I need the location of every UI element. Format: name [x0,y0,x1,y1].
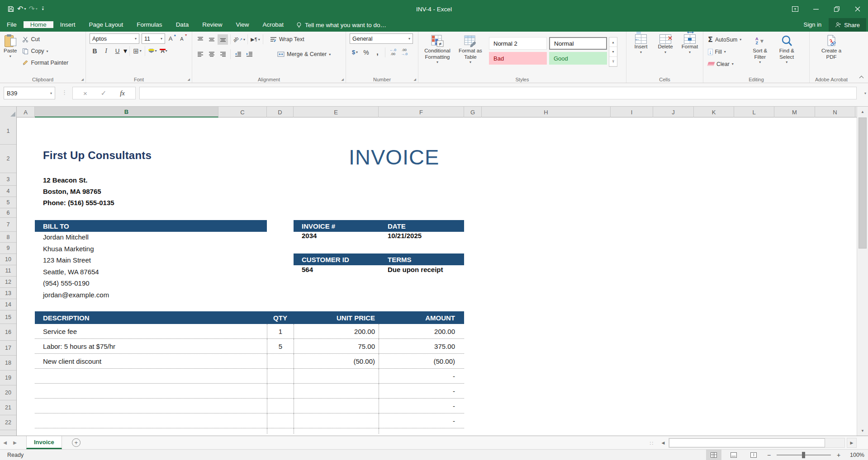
decrease-font-icon[interactable]: A▼ [179,33,189,44]
bill-to-block[interactable]: Jordan MitchellKhusa Marketing123 Main S… [43,231,109,300]
item-amount-cell[interactable]: - [379,413,464,428]
zoom-slider[interactable] [777,455,831,455]
format-as-table-button[interactable]: Format as Table▾ [455,33,486,65]
item-unit-price-cell[interactable]: 75.00 [294,339,379,353]
ribbon-tab[interactable]: Page Layout [82,21,130,28]
item-unit-price-cell[interactable] [294,413,379,428]
row-header[interactable]: 6 [0,208,16,218]
cell-style-chip[interactable]: Normal [549,37,607,50]
row-header[interactable]: 5 [0,197,16,208]
italic-button[interactable]: I [101,46,111,56]
clear-button[interactable]: Clear▾ [706,58,743,70]
terms-cell[interactable]: Due upon receipt [388,266,443,273]
column-header[interactable]: M [774,107,815,117]
item-amount-cell[interactable]: - [379,384,464,398]
sheet-canvas[interactable]: First Up Consultants INVOICE 12 Beacon S… [17,117,857,436]
column-header[interactable]: B [35,107,218,117]
underline-button[interactable]: U [112,46,123,56]
page-layout-view-button[interactable] [726,450,741,460]
formula-bar-splitter[interactable]: ⋮ [62,89,67,96]
ribbon-tab[interactable]: Home [24,21,53,28]
paste-button[interactable]: Paste▾ [4,33,17,58]
collapse-ribbon-icon[interactable] [859,75,863,79]
undo-button[interactable]: ↶▾ [17,5,26,13]
percent-style-button[interactable]: % [361,47,371,57]
increase-font-icon[interactable]: A▲ [167,33,178,44]
item-qty-cell[interactable] [267,384,294,398]
item-qty-cell[interactable]: 1 [267,324,294,338]
bill-to-line[interactable]: jordan@example.com [43,289,109,301]
invoice-number-values[interactable]: 2034 10/21/2025 [294,232,464,239]
row-header[interactable]: 20 [0,385,16,400]
font-size-combo[interactable]: 11▾ [142,33,165,44]
invoice-date-cell[interactable]: 10/21/2025 [388,232,422,239]
select-all-corner[interactable] [0,107,17,117]
ribbon-tab[interactable]: View [229,21,256,28]
row-header[interactable]: 11 [0,265,16,277]
bill-to-line[interactable]: 123 Main Street [43,254,109,266]
row-header[interactable]: 10 [0,254,16,265]
font-color-button[interactable]: A▾ [159,46,169,56]
text-direction-button[interactable]: ▶¶▾ [250,34,261,45]
normal-view-button[interactable] [706,450,721,460]
invoice-item-row[interactable]: Labor: 5 hours at $75/hr 5 75.00 375.00 [35,339,464,354]
company-name-cell[interactable]: First Up Consultants [43,149,152,162]
ribbon-tab[interactable]: Acrobat [256,21,290,28]
column-header[interactable]: L [734,107,774,117]
align-bottom-icon[interactable] [218,34,228,45]
new-sheet-button[interactable]: + [72,438,81,447]
sheet-nav-next-icon[interactable]: ▶ [10,440,20,445]
column-header[interactable]: I [611,107,653,117]
conditional-formatting-button[interactable]: ≠ Conditional Formatting▾ [420,33,455,65]
number-format-combo[interactable]: General▾ [350,33,413,44]
insert-cells-button[interactable]: ← Insert▾ [629,33,653,54]
customer-id-values[interactable]: 564 Due upon receipt [294,266,464,273]
item-amount-cell[interactable]: 200.00 [379,324,464,338]
page-break-view-button[interactable] [746,450,761,460]
item-qty-cell[interactable] [267,354,294,368]
cut-button[interactable]: Cut [20,33,70,45]
save-icon[interactable] [7,5,14,13]
share-button[interactable]: Share [829,18,866,32]
wrap-text-button[interactable]: Wrap Text [268,33,306,45]
underline-caret[interactable]: ▾ [123,47,127,55]
item-description-cell[interactable] [35,413,267,428]
invoice-item-row[interactable]: - [35,413,464,428]
column-header[interactable]: J [653,107,694,117]
formula-input[interactable] [139,87,857,99]
item-amount-cell[interactable]: (50.00) [379,354,464,368]
horizontal-scroll-thumb[interactable] [669,438,825,447]
scroll-down-icon[interactable]: ▼ [857,426,868,436]
bill-to-header[interactable]: BILL TO [35,220,267,232]
cell-style-chip[interactable]: Good [549,52,607,65]
zoom-slider-thumb[interactable] [802,452,805,458]
comma-style-button[interactable]: , [372,47,383,57]
row-header[interactable]: 18 [0,356,16,371]
row-header[interactable]: 14 [0,299,16,310]
row-header[interactable]: 21 [0,400,16,415]
decrease-decimal-button[interactable]: .00→.0 [399,47,409,57]
row-header[interactable]: 19 [0,371,16,385]
row-header[interactable]: 16 [0,324,16,341]
row-header[interactable]: 2 [0,145,16,173]
address-line[interactable]: Boston, MA 98765 [43,186,114,197]
copy-button[interactable]: Copy▾ [20,45,70,57]
bill-to-line[interactable]: Jordan Mitchell [43,231,109,243]
column-header[interactable]: E [294,107,379,117]
item-description-cell[interactable]: Labor: 5 hours at $75/hr [35,339,267,353]
row-header[interactable]: 1 [0,117,16,145]
close-button[interactable] [847,0,868,18]
ribbon-tab[interactable]: Formulas [130,21,169,28]
fill-button[interactable]: ↓Fill▾ [706,46,743,58]
bill-to-line[interactable]: Seattle, WA 87654 [43,266,109,278]
item-description-cell[interactable]: Service fee [35,324,267,338]
item-unit-price-cell[interactable] [294,384,379,398]
scroll-up-icon[interactable]: ▲ [857,107,868,117]
cell-style-chip[interactable]: Bad [489,52,547,65]
name-box[interactable]: B39▾ [4,87,55,99]
item-description-cell[interactable] [35,369,267,383]
item-description-cell[interactable] [35,399,267,413]
bill-to-line[interactable]: (954) 555-0190 [43,277,109,289]
zoom-level[interactable]: 100% [846,452,864,458]
invoice-number-header[interactable]: INVOICE # DATE [294,220,464,232]
